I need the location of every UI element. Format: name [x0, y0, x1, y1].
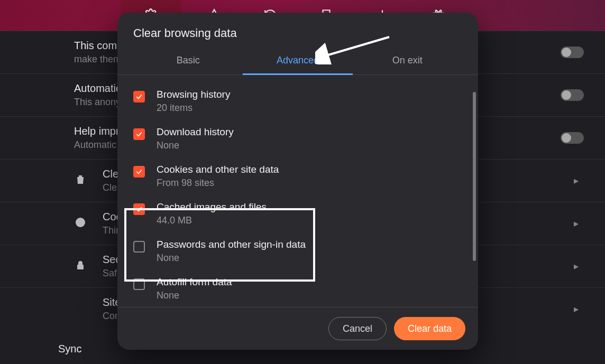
toggle[interactable]: [561, 46, 584, 58]
checkbox[interactable]: [133, 166, 145, 178]
chevron-right-icon: ▸: [574, 303, 584, 315]
checkbox[interactable]: [133, 203, 145, 215]
option-title: Download history: [157, 126, 462, 138]
tab-on-exit[interactable]: On exit: [353, 50, 462, 75]
option-sub: None: [157, 253, 462, 264]
svg-point-8: [76, 218, 85, 227]
option-cache[interactable]: Cached images and files 44.0 MB: [133, 197, 462, 235]
chevron-right-icon: ▸: [574, 260, 584, 272]
option-download-history[interactable]: Download history None: [133, 122, 462, 160]
option-cookies[interactable]: Cookies and other site data From 98 site…: [133, 160, 462, 197]
trash-icon: [74, 173, 89, 188]
cancel-button[interactable]: Cancel: [328, 317, 387, 340]
checkbox[interactable]: [133, 278, 145, 290]
svg-point-16: [78, 304, 80, 306]
checkbox[interactable]: [133, 241, 145, 253]
clear-browsing-data-dialog: Clear browsing data Basic Advanced On ex…: [117, 13, 478, 350]
option-sub: None: [157, 140, 462, 151]
clear-data-button[interactable]: Clear data: [394, 317, 465, 340]
svg-point-17: [81, 307, 83, 309]
dialog-title: Clear browsing data: [133, 26, 462, 40]
tab-advanced[interactable]: Advanced: [243, 50, 352, 75]
option-browsing-history[interactable]: Browsing history 20 items: [133, 85, 462, 122]
option-sub: From 98 sites: [157, 178, 462, 189]
option-autofill[interactable]: Autofill form data None: [133, 272, 462, 307]
option-sub: None: [157, 290, 462, 301]
svg-point-11: [79, 223, 80, 225]
option-title: Cookies and other site data: [157, 164, 462, 175]
svg-rect-12: [77, 265, 84, 269]
scrollbar[interactable]: [473, 92, 476, 261]
tab-basic[interactable]: Basic: [133, 50, 243, 75]
option-passwords[interactable]: Passwords and other sign-in data None: [133, 235, 462, 272]
chevron-right-icon: ▸: [574, 175, 584, 186]
checkbox[interactable]: [133, 91, 145, 102]
toggle[interactable]: [561, 132, 584, 144]
option-sub: 44.0 MB: [157, 215, 462, 226]
option-sub: 20 items: [157, 102, 462, 114]
checkbox[interactable]: [133, 128, 145, 140]
toggle[interactable]: [561, 89, 584, 101]
option-title: Passwords and other sign-in data: [157, 239, 462, 250]
option-title: Autofill form data: [157, 276, 462, 288]
cookie-icon: [74, 216, 89, 231]
sliders-icon: [74, 302, 89, 316]
option-title: Browsing history: [157, 89, 462, 100]
option-title: Cached images and files: [157, 201, 462, 213]
dialog-tabs: Basic Advanced On exit: [117, 50, 478, 75]
dialog-footer: Cancel Clear data: [117, 307, 478, 350]
dialog-body[interactable]: Browsing history 20 items Download histo…: [117, 75, 478, 307]
svg-point-18: [78, 310, 80, 312]
chevron-right-icon: ▸: [574, 218, 584, 229]
svg-point-9: [78, 221, 79, 222]
svg-point-10: [81, 223, 82, 224]
lock-icon: [74, 259, 89, 274]
